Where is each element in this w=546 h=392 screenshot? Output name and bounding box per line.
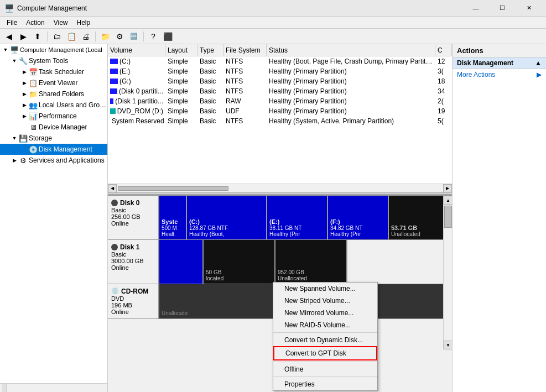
menu-view[interactable]: View (49, 18, 72, 28)
context-menu-sep-3 (273, 377, 377, 377)
table-row[interactable]: DVD_ROM (D:) Simple Basic UDF Healthy (P… (108, 106, 452, 116)
context-menu-new-mirrored[interactable]: New Mirrored Volume... (273, 307, 377, 319)
menu-help[interactable]: Help (72, 18, 95, 28)
tree-device-manager[interactable]: 🖥 Device Manager (0, 122, 107, 133)
disk-0-size: 256.00 GB (111, 213, 155, 220)
table-row[interactable]: (G:) Simple Basic NTFS Healthy (Primary … (108, 76, 452, 86)
context-menu-convert-dynamic[interactable]: Convert to Dynamic Disk... (273, 334, 377, 346)
tree-event-viewer[interactable]: ▶ 📋 Event Viewer (0, 77, 107, 88)
minimize-button[interactable]: — (463, 0, 488, 17)
disk-0-part-c[interactable]: (C:) 128.87 GB NTF Healthy (Boot, (187, 196, 267, 239)
performance-icon: 📊 (29, 112, 38, 121)
col-type[interactable]: Type (197, 44, 223, 56)
cell-status-d1: Healthy (Primary Partition) (267, 97, 435, 105)
menu-action[interactable]: Action (22, 18, 49, 28)
tree-storage[interactable]: ▼ 💾 Storage (0, 133, 107, 144)
action-group-label: Disk Management (457, 59, 513, 67)
disk-1-name: Disk 1 (120, 243, 139, 251)
cell-type-sr: Basic (197, 117, 223, 125)
syste-label: Syste (162, 218, 184, 225)
col-status[interactable]: Status (267, 44, 435, 56)
disk-1-row: Disk 1 Basic 3000.00 GB Online 50 GB loc… (108, 240, 452, 284)
up-button[interactable]: ⬆ (31, 30, 44, 43)
action-group-collapse-icon: ▲ (535, 59, 542, 67)
shared-folders-icon: 📁 (29, 90, 38, 98)
table-header: Volume Layout Type File System Status C (108, 44, 452, 56)
task-scheduler-icon: 📅 (29, 67, 38, 76)
context-menu-properties[interactable]: Properties (273, 378, 377, 390)
clipboard-button[interactable]: 📋 (65, 30, 78, 43)
table-row[interactable]: (Disk 0 partiti... Simple Basic NTFS Hea… (108, 86, 452, 96)
tree-panel: ▼ 🖥️ Computer Management (Local ▼ 🔧 Syst… (0, 44, 108, 392)
forward-button[interactable]: ▶ (17, 30, 30, 43)
disk-color-d0 (110, 88, 117, 94)
maximize-button[interactable]: ☐ (490, 0, 515, 17)
col-layout[interactable]: Layout (165, 44, 197, 56)
col-cap[interactable]: C (435, 44, 452, 56)
table-row[interactable]: (C:) Simple Basic NTFS Healthy (Boot, Pa… (108, 56, 452, 66)
tree-services-applications[interactable]: ▶ ⚙ Services and Applications (0, 155, 107, 166)
f-size: 34.82 GB NT (330, 225, 386, 231)
system-tools-icon: 🔧 (19, 56, 28, 65)
col-filesystem[interactable]: File System (223, 44, 267, 56)
event-viewer-icon: 📋 (29, 79, 38, 87)
table-row[interactable]: (Disk 1 partitio... Simple Basic RAW Hea… (108, 96, 452, 106)
cell-type-dvd: Basic (197, 107, 223, 115)
disk-0-part-unalloc[interactable]: 53.71 GB Unallocated (389, 196, 444, 239)
hscroll-thumb[interactable] (118, 186, 228, 191)
disk-1-part-2[interactable]: 50 GB located (204, 240, 275, 284)
disk-1-part-3[interactable]: 952.00 GB Unallocated (275, 240, 347, 284)
context-menu-new-spanned[interactable]: New Spanned Volume... (273, 283, 377, 295)
context-menu-new-raid5[interactable]: New RAID-5 Volume... (273, 319, 377, 331)
hscroll-left[interactable]: ◀ (108, 184, 117, 193)
vscroll-up[interactable]: ▲ (444, 196, 452, 205)
properties-button[interactable]: 📁 (98, 30, 112, 43)
c-status: Healthy (Boot, (189, 231, 264, 237)
root-expand-icon: ▼ (1, 45, 10, 54)
disk-1-part-1[interactable] (159, 240, 204, 284)
vscroll-thumb[interactable] (444, 206, 452, 228)
horizontal-scrollbar[interactable]: ◀ ▶ (108, 184, 452, 192)
context-menu-offline[interactable]: Offline (273, 363, 377, 375)
disk1-p3-size: 952.00 GB (278, 269, 344, 275)
disk-1-size: 3000.00 GB (111, 258, 155, 264)
disk-0-icon (111, 200, 118, 206)
extra-button[interactable]: ⬛ (161, 30, 174, 43)
disk-0-part-syste[interactable]: Syste 500 M Healt (159, 196, 187, 239)
help-button[interactable]: ? (147, 30, 160, 43)
tree-performance[interactable]: ▶ 📊 Performance (0, 111, 107, 122)
context-menu-convert-gpt[interactable]: Convert to GPT Disk (273, 346, 377, 360)
vscroll-track[interactable] (444, 205, 452, 341)
folder-button[interactable]: 🗂 (50, 30, 64, 43)
disk-0-part-f[interactable]: (F:) 34.82 GB NT Healthy (Prir (328, 196, 389, 239)
action-more-actions[interactable]: More Actions ▶ (453, 69, 546, 80)
context-menu: New Spanned Volume... New Striped Volume… (273, 282, 378, 391)
col-volume[interactable]: Volume (108, 44, 165, 56)
middle-panel: Volume Layout Type File System Status C … (108, 44, 452, 392)
close-button[interactable]: ✕ (516, 0, 542, 17)
disk-0-part-e[interactable]: (E:) 38.11 GB NT Healthy (Prir (267, 196, 328, 239)
action-group-disk-management[interactable]: Disk Management ▲ (453, 58, 546, 69)
vscroll-down[interactable]: ▼ (444, 341, 452, 349)
table-row[interactable]: System Reserved Simple Basic NTFS Health… (108, 116, 452, 126)
back-button[interactable]: ◀ (2, 30, 15, 43)
panel-resizer[interactable] (2, 384, 7, 392)
table-row[interactable]: (E:) Simple Basic NTFS Healthy (Primary … (108, 66, 452, 76)
context-menu-new-striped[interactable]: New Striped Volume... (273, 295, 377, 307)
tree-disk-management[interactable]: 💿 Disk Management (0, 144, 107, 155)
disk-management-icon: 💿 (29, 145, 38, 154)
tree-shared-folders[interactable]: ▶ 📁 Shared Folders (0, 88, 107, 100)
tree-system-tools[interactable]: ▼ 🔧 System Tools (0, 55, 107, 66)
tree-local-users[interactable]: ▶ 👥 Local Users and Groups (0, 100, 107, 111)
print-button[interactable]: 🖨 (79, 30, 92, 43)
hscroll-right[interactable]: ▶ (443, 184, 452, 193)
menu-file[interactable]: File (2, 18, 22, 28)
tree-root[interactable]: ▼ 🖥️ Computer Management (Local (0, 44, 107, 55)
tree-task-scheduler[interactable]: ▶ 📅 Task Scheduler (0, 66, 107, 77)
title-bar-left: 🖥️ Computer Management (4, 4, 87, 13)
toolbar-separator-2 (95, 32, 96, 41)
cell-type-g: Basic (197, 77, 223, 85)
text-button[interactable]: 🔤 (127, 30, 141, 43)
settings-button[interactable]: ⚙ (113, 30, 126, 43)
hscroll-track[interactable] (117, 186, 443, 191)
